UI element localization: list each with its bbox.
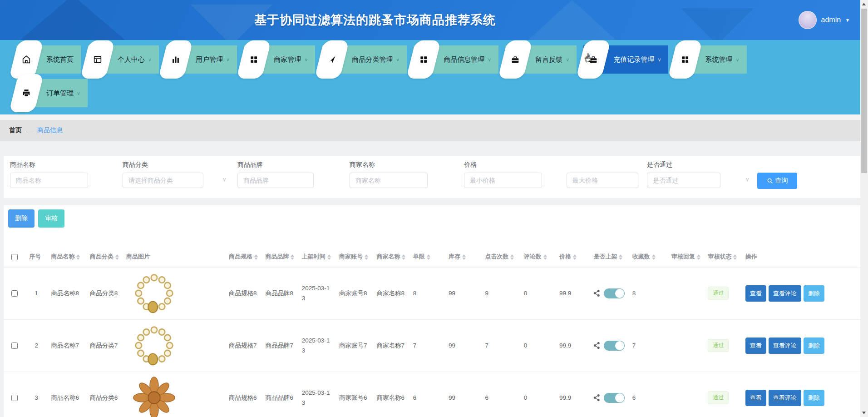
sort-icon[interactable] xyxy=(573,254,577,260)
row-checkbox[interactable] xyxy=(11,395,18,401)
merchant-name-input[interactable] xyxy=(350,173,428,188)
sort-icon[interactable] xyxy=(697,254,700,260)
nav-item-user-management[interactable]: 用户管理 ∨ xyxy=(166,45,237,74)
product-name-input[interactable] xyxy=(10,173,88,188)
sort-icon[interactable] xyxy=(327,254,331,260)
view-button[interactable]: 查看 xyxy=(745,338,766,354)
nav-item-product-category-management[interactable]: 商品分类管理 ∨ xyxy=(322,45,407,74)
nav-item-system-home[interactable]: 系统首页 xyxy=(16,45,81,74)
view-button[interactable]: 查看 xyxy=(745,285,766,302)
category-select[interactable] xyxy=(123,173,203,188)
col-header-stock[interactable]: 库存 xyxy=(445,247,481,267)
nav-item-merchant-management[interactable]: 商家管理 ∨ xyxy=(244,45,315,74)
share-icon[interactable] xyxy=(593,290,600,297)
sort-icon[interactable] xyxy=(652,254,656,260)
row-checkbox[interactable] xyxy=(11,343,18,349)
product-image-dried-flower[interactable] xyxy=(133,376,176,417)
sort-icon[interactable] xyxy=(427,254,430,260)
brand-input[interactable] xyxy=(237,173,314,188)
max-price-input[interactable] xyxy=(567,173,638,188)
user-menu[interactable]: admin ▼ xyxy=(799,0,850,40)
review-selected-button[interactable]: 审核 xyxy=(38,209,64,228)
approved-select[interactable] xyxy=(647,173,720,188)
row-delete-button[interactable]: 删除 xyxy=(804,390,824,406)
row-checkbox[interactable] xyxy=(11,290,18,297)
delete-selected-button[interactable]: 删除 xyxy=(8,209,35,228)
col-header-review-status[interactable]: 审核状态 xyxy=(704,247,741,267)
view-comments-button[interactable]: 查看评论 xyxy=(769,338,801,354)
cell-spec: 商品规格6 xyxy=(225,372,261,417)
cell-limit: 7 xyxy=(409,319,445,372)
cell-comments: 0 xyxy=(520,267,556,319)
sort-icon[interactable] xyxy=(402,254,405,260)
view-comments-button[interactable]: 查看评论 xyxy=(769,285,801,302)
col-header-spec[interactable]: 商品规格 xyxy=(225,247,261,267)
sort-icon[interactable] xyxy=(365,254,368,260)
col-header-account[interactable]: 商家账号 xyxy=(335,247,373,267)
briefcase-icon xyxy=(576,40,611,79)
scrollbar-down-arrow-icon[interactable] xyxy=(862,412,866,414)
listed-toggle-on[interactable] xyxy=(604,341,625,351)
nav-item-personal-center[interactable]: 个人中心 ∨ xyxy=(88,45,159,74)
breadcrumb-home[interactable]: 首页 xyxy=(9,126,22,134)
listed-toggle-on[interactable] xyxy=(604,288,625,298)
col-header-date[interactable]: 上架时间 xyxy=(298,247,335,267)
cell-image xyxy=(123,372,225,417)
sort-icon[interactable] xyxy=(733,254,737,260)
product-image-bracelet[interactable] xyxy=(133,272,176,315)
nav-item-label: 留言反馈 xyxy=(535,55,562,64)
view-button[interactable]: 查看 xyxy=(745,390,766,406)
share-icon[interactable] xyxy=(593,342,600,349)
scrollbar-up-arrow-icon[interactable] xyxy=(862,3,866,5)
approved-chevron-down-icon[interactable]: ∨ xyxy=(745,176,750,183)
nav-item-system-management[interactable]: 系统管理 ∨ xyxy=(675,45,746,74)
breadcrumb-current[interactable]: 商品信息 xyxy=(37,126,63,134)
cell-review-reply xyxy=(668,267,704,319)
min-price-input[interactable] xyxy=(464,173,542,188)
cell-image xyxy=(123,319,225,372)
col-header-category[interactable]: 商品分类 xyxy=(86,247,123,267)
cell-image xyxy=(123,267,225,319)
vertical-scrollbar[interactable] xyxy=(860,0,868,417)
nav-item-product-info-management[interactable]: 商品信息管理 ∨ xyxy=(414,45,498,74)
col-header-merchant[interactable]: 商家名称 xyxy=(373,247,409,267)
sort-icon[interactable] xyxy=(115,254,119,260)
sort-icon[interactable] xyxy=(76,254,80,260)
search-button[interactable]: 查询 xyxy=(757,173,797,189)
select-all-checkbox[interactable] xyxy=(11,254,18,260)
row-delete-button[interactable]: 删除 xyxy=(804,338,824,354)
sort-icon[interactable] xyxy=(619,254,622,260)
nav-item-order-management[interactable]: 订单管理 ∨ xyxy=(16,79,88,107)
col-header-comments[interactable]: 评论数 xyxy=(520,247,556,267)
col-header-review-reply[interactable]: 审核回复 xyxy=(668,247,704,267)
table-toolbar: 删除 审核 xyxy=(4,209,860,228)
avatar[interactable] xyxy=(799,11,817,29)
col-header-name[interactable]: 商品名称 xyxy=(47,247,86,267)
user-caret-down-icon: ▼ xyxy=(845,18,850,23)
col-header-limit[interactable]: 单限 xyxy=(409,247,445,267)
product-image-bracelet[interactable] xyxy=(133,324,176,367)
category-chevron-down-icon[interactable]: ∨ xyxy=(222,176,227,183)
sort-icon[interactable] xyxy=(254,254,258,260)
share-icon[interactable] xyxy=(593,394,600,401)
cell-brand: 商品品牌8 xyxy=(261,267,298,319)
nav-item-recharge-record-management[interactable]: ☝ 充值记录管理 ∨ xyxy=(583,45,668,74)
col-header-listed[interactable]: 是否上架 xyxy=(590,247,628,267)
col-header-brand[interactable]: 商品品牌 xyxy=(261,247,298,267)
sort-icon[interactable] xyxy=(510,254,514,260)
col-header-price[interactable]: 价格 xyxy=(556,247,590,267)
products-table: 序号 商品名称 商品分类 商品图片 商品规格 商品品牌 上架时间 商家账号 商家… xyxy=(4,247,860,417)
sort-icon[interactable] xyxy=(291,254,294,260)
scrollbar-thumb[interactable] xyxy=(861,9,867,173)
row-delete-button[interactable]: 删除 xyxy=(804,285,824,302)
sort-icon[interactable] xyxy=(462,254,466,260)
col-header-clicks[interactable]: 点击次数 xyxy=(481,247,520,267)
filter-label-merchant: 商家名称 xyxy=(350,161,375,169)
sort-icon[interactable] xyxy=(543,254,547,260)
nav-item-message-feedback[interactable]: 留言反馈 ∨ xyxy=(505,45,577,74)
listed-toggle-on[interactable] xyxy=(604,393,625,403)
cell-price: 99.9 xyxy=(556,319,590,372)
view-comments-button[interactable]: 查看评论 xyxy=(769,390,801,406)
grid-icon xyxy=(406,40,441,79)
col-header-favorites[interactable]: 收藏数 xyxy=(629,247,668,267)
